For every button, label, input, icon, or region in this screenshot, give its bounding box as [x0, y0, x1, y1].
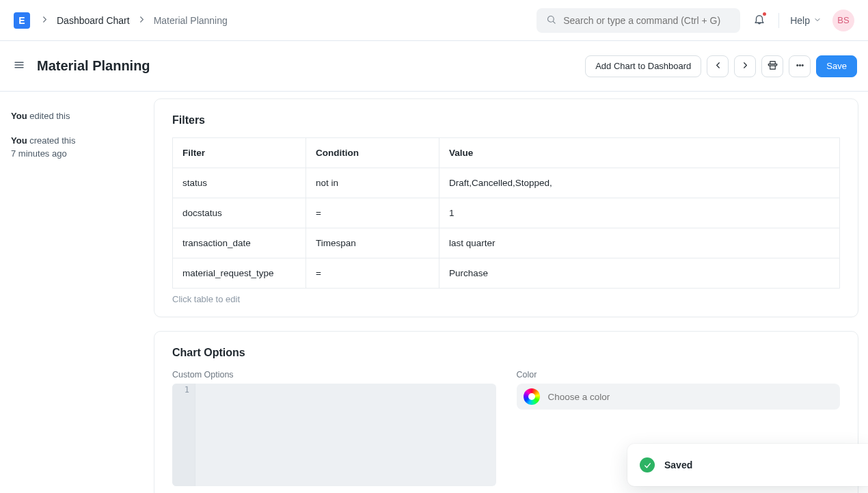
nav-divider [778, 13, 779, 28]
next-button[interactable] [734, 55, 756, 77]
custom-options-field: Custom Options 1 [172, 370, 496, 486]
filter-condition: = [306, 258, 439, 289]
page-header: Material Planning Add Chart to Dashboard… [0, 41, 868, 92]
sidebar-toggle[interactable] [11, 58, 27, 75]
color-label: Color [517, 370, 841, 379]
color-wheel-icon[interactable] [524, 388, 540, 405]
activity-edited: You edited this [11, 109, 143, 123]
filters-header-filter: Filter [173, 138, 306, 168]
breadcrumb: Dashboard Chart Material Planning [40, 14, 228, 27]
main-column: Filters Filter Condition Value status no… [154, 92, 868, 493]
chevron-right-icon [740, 60, 750, 72]
page-title: Material Planning [37, 58, 150, 74]
app-logo[interactable]: E [14, 12, 30, 29]
filter-name: transaction_date [173, 228, 306, 258]
app-logo-letter: E [18, 15, 25, 26]
print-button[interactable] [761, 55, 783, 77]
activity-created: You created this 7 minutes ago [11, 134, 143, 161]
filter-condition: Timespan [306, 228, 439, 258]
filters-header-value: Value [439, 138, 840, 168]
code-gutter: 1 [172, 384, 195, 486]
bell-icon [753, 13, 765, 27]
filter-name: docstatus [173, 198, 306, 228]
activity-edited-who: You [11, 111, 27, 121]
line-number: 1 [172, 385, 189, 395]
notifications-button[interactable] [751, 12, 768, 29]
help-label: Help [790, 15, 810, 26]
filter-value: Draft,Cancelled,Stopped, [439, 168, 840, 198]
breadcrumb-root[interactable]: Dashboard Chart [57, 15, 130, 26]
svg-point-9 [802, 64, 803, 66]
ellipsis-icon [795, 60, 805, 72]
filters-card: Filters Filter Condition Value status no… [154, 98, 858, 317]
svg-rect-6 [770, 66, 776, 69]
table-row[interactable]: material_request_type = Purchase [173, 258, 840, 289]
filters-edit-hint[interactable]: Click table to edit [172, 294, 840, 304]
svg-point-7 [797, 64, 798, 66]
table-row[interactable]: status not in Draft,Cancelled,Stopped, [173, 168, 840, 198]
chevron-left-icon [713, 60, 723, 72]
activity-sidebar: You edited this You created this 7 minut… [0, 92, 154, 493]
activity-created-who: You [11, 135, 27, 146]
activity-created-verb: created this [29, 135, 75, 146]
filter-condition: = [306, 198, 439, 228]
table-row[interactable]: docstatus = 1 [173, 198, 840, 228]
chevron-right-icon [40, 14, 50, 27]
page-body: You edited this You created this 7 minut… [0, 92, 868, 493]
user-initials: BS [837, 15, 849, 25]
filter-name: material_request_type [173, 258, 306, 289]
activity-edited-verb: edited this [29, 111, 70, 121]
page-actions: Add Chart to Dashboard Save [585, 55, 857, 77]
filter-value: 1 [439, 198, 840, 228]
svg-point-8 [799, 64, 800, 66]
filters-title: Filters [172, 114, 840, 126]
prev-button[interactable] [707, 55, 729, 77]
chevron-down-icon [813, 15, 822, 26]
color-input-wrap[interactable] [517, 384, 841, 410]
chart-options-title: Chart Options [172, 347, 840, 359]
hamburger-icon [13, 59, 25, 73]
save-button[interactable]: Save [816, 55, 857, 77]
filters-header-condition: Condition [306, 138, 439, 168]
help-menu[interactable]: Help [790, 15, 822, 26]
custom-options-label: Custom Options [172, 370, 496, 379]
code-textarea[interactable] [195, 384, 496, 486]
check-circle-icon [640, 457, 655, 472]
more-menu-button[interactable] [789, 55, 811, 77]
top-navbar: E Dashboard Chart Material Planning Help [0, 0, 868, 41]
custom-options-editor[interactable]: 1 [172, 384, 496, 486]
search-input[interactable] [563, 15, 731, 26]
add-chart-to-dashboard-button[interactable]: Add Chart to Dashboard [585, 55, 701, 77]
filter-value: Purchase [439, 258, 840, 289]
table-row[interactable]: transaction_date Timespan last quarter [173, 228, 840, 258]
navbar-right: Help BS [537, 8, 854, 33]
global-search[interactable] [537, 8, 740, 33]
search-icon [546, 14, 556, 27]
activity-created-ago: 7 minutes ago [11, 147, 143, 161]
filter-name: status [173, 168, 306, 198]
filter-value: last quarter [439, 228, 840, 258]
chevron-right-icon [137, 14, 147, 27]
toast-message: Saved [664, 459, 692, 470]
printer-icon [768, 60, 778, 72]
filter-condition: not in [306, 168, 439, 198]
svg-line-1 [554, 21, 556, 23]
breadcrumb-current: Material Planning [154, 15, 228, 26]
toast-saved: Saved [627, 444, 868, 486]
color-input[interactable] [548, 392, 834, 402]
user-avatar[interactable]: BS [832, 10, 854, 31]
filters-table[interactable]: Filter Condition Value status not in Dra… [172, 137, 840, 289]
